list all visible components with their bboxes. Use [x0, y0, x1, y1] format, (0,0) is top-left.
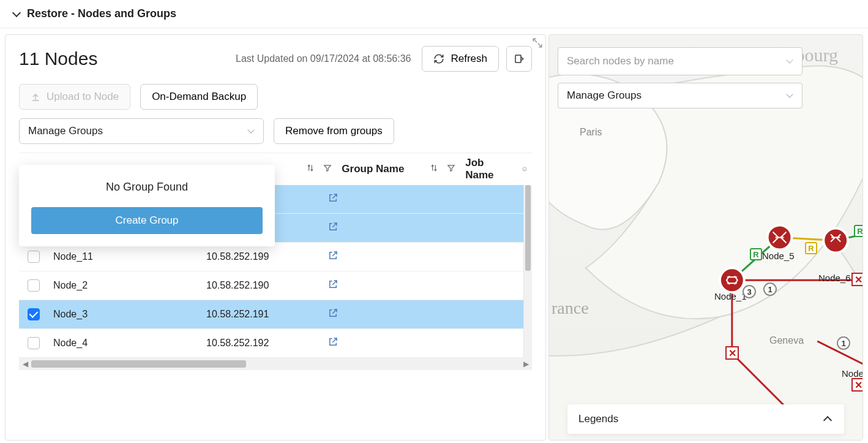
filter-icon[interactable]	[447, 163, 455, 176]
header-info	[517, 164, 532, 174]
upload-to-node-button: Upload to Node	[19, 84, 130, 110]
map-panel: Paris Luxembourg rance Geneva Node_1 Nod…	[548, 34, 863, 441]
map-manage-groups-select[interactable]: Manage Groups	[558, 83, 803, 108]
scroll-left-icon[interactable]: ◀	[19, 360, 31, 368]
sort-icon[interactable]	[430, 163, 438, 176]
vertical-scroll-thumb[interactable]	[525, 185, 531, 271]
refresh-label: Refresh	[451, 53, 487, 65]
row-name: Node_2	[53, 280, 88, 291]
filter-icon[interactable]	[323, 163, 332, 176]
row-name: Node_11	[53, 251, 93, 262]
manage-groups-dropdown: No Group Found Create Group	[19, 165, 275, 246]
svg-rect-0	[515, 55, 521, 62]
panel-header-right: Last Updated on 09/17/2024 at 08:56:36 R…	[236, 46, 532, 72]
legends-label: Legends	[578, 413, 618, 425]
search-nodes-input[interactable]: Search nodes by name	[558, 47, 803, 75]
backup-label: On-Demand Backup	[152, 91, 246, 103]
row-checkbox[interactable]	[28, 279, 40, 292]
row-name: Node_3	[53, 309, 88, 320]
chevron-down-icon	[247, 127, 255, 135]
no-group-found-text: No Group Found	[31, 181, 263, 194]
row-ip: 10.58.252.190	[206, 280, 269, 291]
create-group-label: Create Group	[116, 214, 179, 226]
external-link-icon[interactable]	[327, 192, 339, 206]
map-controls: Search nodes by name Manage Groups	[558, 47, 803, 108]
header-tools-1	[295, 163, 337, 176]
chevron-up-icon[interactable]	[825, 415, 833, 423]
manage-groups-select[interactable]: Manage Groups	[19, 118, 264, 144]
table-row[interactable]: Node_11 10.58.252.199	[19, 243, 532, 271]
popout-button[interactable]	[506, 46, 532, 72]
last-updated-text: Last Updated on 09/17/2024 at 08:56:36	[236, 53, 411, 64]
legends-panel[interactable]: Legends	[567, 404, 844, 434]
table-row[interactable]: Node_3 10.58.252.191	[19, 300, 532, 329]
nodes-panel: 11 Nodes Last Updated on 09/17/2024 at 0…	[5, 34, 546, 441]
row-name: Node_4	[53, 338, 88, 349]
scroll-right-icon[interactable]: ▶	[520, 360, 532, 368]
chevron-down-icon	[786, 92, 793, 99]
row-ip: 10.58.252.192	[206, 338, 269, 349]
search-placeholder: Search nodes by name	[567, 55, 674, 67]
external-link-icon[interactable]	[327, 336, 339, 350]
external-link-icon[interactable]	[327, 221, 339, 235]
expand-icon[interactable]	[532, 37, 543, 51]
header-tools-2	[419, 163, 460, 176]
breadcrumb-bar: Restore - Nodes and Groups	[0, 0, 868, 28]
horizontal-scrollbar[interactable]: ◀ ▶	[19, 358, 532, 370]
row-checkbox[interactable]	[28, 251, 40, 263]
main-layout: 11 Nodes Last Updated on 09/17/2024 at 0…	[0, 28, 868, 441]
external-link-icon[interactable]	[327, 279, 339, 292]
refresh-button[interactable]: Refresh	[422, 46, 499, 72]
chevron-down-icon	[786, 58, 793, 65]
svg-point-12	[823, 229, 848, 253]
vertical-scrollbar[interactable]	[523, 185, 532, 358]
map-manage-groups-label: Manage Groups	[567, 89, 642, 102]
manage-groups-select-label: Manage Groups	[28, 125, 103, 137]
external-link-icon[interactable]	[327, 250, 339, 263]
external-link-icon[interactable]	[327, 308, 339, 321]
panel-title: 11 Nodes	[19, 48, 97, 69]
breadcrumb-title: Restore - Nodes and Groups	[27, 7, 176, 20]
row-ip: 10.58.252.199	[206, 251, 269, 262]
upload-label: Upload to Node	[47, 91, 119, 103]
remove-from-groups-button[interactable]: Remove from groups	[274, 118, 394, 144]
table-row[interactable]: Node_4 10.58.252.192	[19, 329, 532, 358]
row-checkbox[interactable]	[28, 308, 40, 320]
row-checkbox[interactable]	[28, 337, 40, 349]
popout-icon	[514, 53, 525, 64]
panel-header: 11 Nodes Last Updated on 09/17/2024 at 0…	[19, 46, 532, 72]
header-job-name[interactable]: Job Name	[460, 157, 517, 181]
chevron-down-icon[interactable]	[12, 10, 21, 18]
row-ip: 10.58.252.191	[206, 309, 269, 320]
svg-point-10	[720, 268, 744, 292]
on-demand-backup-button[interactable]: On-Demand Backup	[140, 84, 258, 110]
sort-icon[interactable]	[306, 163, 315, 176]
create-group-button[interactable]: Create Group	[31, 207, 263, 234]
refresh-icon	[433, 53, 444, 64]
toolbar-row-2: Manage Groups Remove from groups	[19, 118, 532, 144]
horizontal-scroll-thumb[interactable]	[31, 360, 246, 368]
info-icon[interactable]	[522, 164, 527, 174]
header-group-name[interactable]: Group Name	[337, 163, 419, 175]
toolbar-row-1: Upload to Node On-Demand Backup	[19, 84, 532, 110]
remove-label: Remove from groups	[285, 125, 383, 137]
table-row[interactable]: Node_2 10.58.252.190	[19, 271, 532, 300]
upload-icon	[31, 92, 40, 102]
